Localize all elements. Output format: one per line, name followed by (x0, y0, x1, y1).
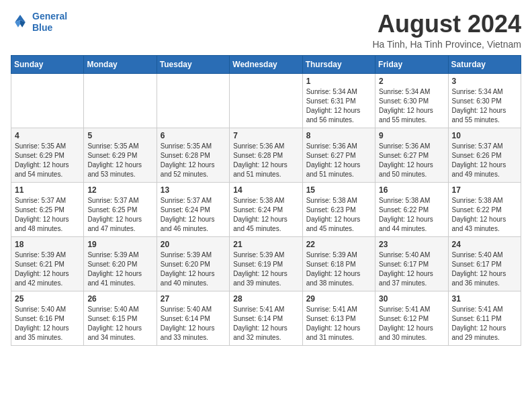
logo: General Blue (11, 11, 67, 34)
cell-info: Sunrise: 5:38 AM Sunset: 6:22 PM Dayligh… (452, 196, 517, 234)
calendar-cell: 7Sunrise: 5:36 AM Sunset: 6:28 PM Daylig… (230, 128, 302, 182)
calendar-cell (84, 73, 157, 128)
weekday-header: Sunday (11, 55, 84, 73)
cell-info: Sunrise: 5:39 AM Sunset: 6:20 PM Dayligh… (161, 250, 226, 288)
cell-info: Sunrise: 5:34 AM Sunset: 6:30 PM Dayligh… (379, 87, 444, 125)
day-number: 2 (379, 77, 444, 86)
day-number: 1 (306, 77, 371, 86)
calendar-cell: 12Sunrise: 5:37 AM Sunset: 6:25 PM Dayli… (84, 182, 157, 236)
cell-info: Sunrise: 5:35 AM Sunset: 6:29 PM Dayligh… (87, 142, 152, 179)
day-number: 9 (379, 131, 444, 140)
calendar-cell: 1Sunrise: 5:34 AM Sunset: 6:31 PM Daylig… (302, 73, 375, 128)
cell-info: Sunrise: 5:36 AM Sunset: 6:27 PM Dayligh… (379, 142, 444, 179)
calendar-cell: 25Sunrise: 5:40 AM Sunset: 6:16 PM Dayli… (11, 291, 84, 345)
calendar-cell: 27Sunrise: 5:40 AM Sunset: 6:14 PM Dayli… (157, 291, 229, 345)
calendar-cell: 10Sunrise: 5:37 AM Sunset: 6:26 PM Dayli… (448, 128, 521, 182)
calendar-week-row: 1Sunrise: 5:34 AM Sunset: 6:31 PM Daylig… (11, 73, 521, 128)
day-number: 24 (452, 240, 517, 249)
day-number: 12 (87, 185, 152, 195)
cell-info: Sunrise: 5:38 AM Sunset: 6:24 PM Dayligh… (233, 196, 298, 234)
cell-info: Sunrise: 5:35 AM Sunset: 6:28 PM Dayligh… (161, 142, 226, 179)
calendar-cell: 2Sunrise: 5:34 AM Sunset: 6:30 PM Daylig… (375, 73, 448, 128)
day-number: 5 (87, 131, 152, 140)
calendar-cell: 14Sunrise: 5:38 AM Sunset: 6:24 PM Dayli… (230, 182, 302, 236)
day-number: 11 (15, 185, 80, 195)
calendar-week-row: 25Sunrise: 5:40 AM Sunset: 6:16 PM Dayli… (11, 291, 521, 345)
cell-info: Sunrise: 5:40 AM Sunset: 6:17 PM Dayligh… (379, 250, 444, 288)
calendar-cell (230, 73, 302, 128)
calendar-cell: 28Sunrise: 5:41 AM Sunset: 6:14 PM Dayli… (230, 291, 302, 345)
cell-info: Sunrise: 5:37 AM Sunset: 6:26 PM Dayligh… (452, 142, 517, 179)
day-number: 15 (306, 185, 371, 195)
day-number: 14 (233, 185, 298, 195)
cell-info: Sunrise: 5:40 AM Sunset: 6:15 PM Dayligh… (87, 305, 152, 342)
calendar-cell: 31Sunrise: 5:41 AM Sunset: 6:11 PM Dayli… (448, 291, 521, 345)
day-number: 18 (15, 240, 80, 249)
calendar-cell: 6Sunrise: 5:35 AM Sunset: 6:28 PM Daylig… (157, 128, 229, 182)
weekday-header-row: SundayMondayTuesdayWednesdayThursdayFrid… (11, 55, 521, 73)
day-number: 31 (452, 294, 517, 304)
calendar-cell: 3Sunrise: 5:34 AM Sunset: 6:30 PM Daylig… (448, 73, 521, 128)
calendar-cell: 18Sunrise: 5:39 AM Sunset: 6:21 PM Dayli… (11, 236, 84, 291)
weekday-header: Tuesday (157, 55, 229, 73)
title-area: August 2024 Ha Tinh, Ha Tinh Province, V… (372, 11, 521, 50)
day-number: 22 (306, 240, 371, 249)
calendar-cell: 15Sunrise: 5:38 AM Sunset: 6:23 PM Dayli… (302, 182, 375, 236)
logo-text: General Blue (32, 11, 67, 34)
day-number: 28 (233, 294, 298, 304)
calendar: SundayMondayTuesdayWednesdayThursdayFrid… (11, 55, 521, 346)
calendar-cell: 4Sunrise: 5:35 AM Sunset: 6:29 PM Daylig… (11, 128, 84, 182)
cell-info: Sunrise: 5:41 AM Sunset: 6:13 PM Dayligh… (306, 305, 371, 342)
day-number: 27 (161, 294, 226, 304)
cell-info: Sunrise: 5:39 AM Sunset: 6:19 PM Dayligh… (233, 250, 298, 288)
calendar-cell: 8Sunrise: 5:36 AM Sunset: 6:27 PM Daylig… (302, 128, 375, 182)
day-number: 23 (379, 240, 444, 249)
day-number: 10 (452, 131, 517, 140)
calendar-cell: 24Sunrise: 5:40 AM Sunset: 6:17 PM Dayli… (448, 236, 521, 291)
calendar-cell: 23Sunrise: 5:40 AM Sunset: 6:17 PM Dayli… (375, 236, 448, 291)
day-number: 26 (87, 294, 152, 304)
calendar-cell: 16Sunrise: 5:38 AM Sunset: 6:22 PM Dayli… (375, 182, 448, 236)
day-number: 21 (233, 240, 298, 249)
calendar-cell: 19Sunrise: 5:39 AM Sunset: 6:20 PM Dayli… (84, 236, 157, 291)
calendar-cell: 26Sunrise: 5:40 AM Sunset: 6:15 PM Dayli… (84, 291, 157, 345)
calendar-week-row: 18Sunrise: 5:39 AM Sunset: 6:21 PM Dayli… (11, 236, 521, 291)
calendar-cell: 29Sunrise: 5:41 AM Sunset: 6:13 PM Dayli… (302, 291, 375, 345)
day-number: 19 (87, 240, 152, 249)
calendar-cell: 20Sunrise: 5:39 AM Sunset: 6:20 PM Dayli… (157, 236, 229, 291)
weekday-header: Monday (84, 55, 157, 73)
day-number: 16 (379, 185, 444, 195)
calendar-week-row: 4Sunrise: 5:35 AM Sunset: 6:29 PM Daylig… (11, 128, 521, 182)
cell-info: Sunrise: 5:35 AM Sunset: 6:29 PM Dayligh… (15, 142, 80, 179)
cell-info: Sunrise: 5:39 AM Sunset: 6:21 PM Dayligh… (15, 250, 80, 288)
cell-info: Sunrise: 5:37 AM Sunset: 6:25 PM Dayligh… (15, 196, 80, 234)
calendar-cell: 5Sunrise: 5:35 AM Sunset: 6:29 PM Daylig… (84, 128, 157, 182)
cell-info: Sunrise: 5:37 AM Sunset: 6:24 PM Dayligh… (161, 196, 226, 234)
calendar-cell (157, 73, 229, 128)
cell-info: Sunrise: 5:36 AM Sunset: 6:27 PM Dayligh… (306, 142, 371, 179)
day-number: 13 (161, 185, 226, 195)
month-year: August 2024 (372, 11, 521, 38)
day-number: 25 (15, 294, 80, 304)
calendar-cell: 11Sunrise: 5:37 AM Sunset: 6:25 PM Dayli… (11, 182, 84, 236)
weekday-header: Thursday (302, 55, 375, 73)
cell-info: Sunrise: 5:40 AM Sunset: 6:14 PM Dayligh… (161, 305, 226, 342)
cell-info: Sunrise: 5:34 AM Sunset: 6:31 PM Dayligh… (306, 87, 371, 125)
day-number: 30 (379, 294, 444, 304)
day-number: 4 (15, 131, 80, 140)
calendar-cell: 21Sunrise: 5:39 AM Sunset: 6:19 PM Dayli… (230, 236, 302, 291)
cell-info: Sunrise: 5:39 AM Sunset: 6:20 PM Dayligh… (87, 250, 152, 288)
day-number: 20 (161, 240, 226, 249)
cell-info: Sunrise: 5:41 AM Sunset: 6:14 PM Dayligh… (233, 305, 298, 342)
day-number: 17 (452, 185, 517, 195)
cell-info: Sunrise: 5:41 AM Sunset: 6:11 PM Dayligh… (452, 305, 517, 342)
day-number: 7 (233, 131, 298, 140)
weekday-header: Saturday (448, 55, 521, 73)
calendar-week-row: 11Sunrise: 5:37 AM Sunset: 6:25 PM Dayli… (11, 182, 521, 236)
cell-info: Sunrise: 5:38 AM Sunset: 6:23 PM Dayligh… (306, 196, 371, 234)
weekday-header: Friday (375, 55, 448, 73)
calendar-cell: 17Sunrise: 5:38 AM Sunset: 6:22 PM Dayli… (448, 182, 521, 236)
day-number: 6 (161, 131, 226, 140)
day-number: 8 (306, 131, 371, 140)
cell-info: Sunrise: 5:37 AM Sunset: 6:25 PM Dayligh… (87, 196, 152, 234)
